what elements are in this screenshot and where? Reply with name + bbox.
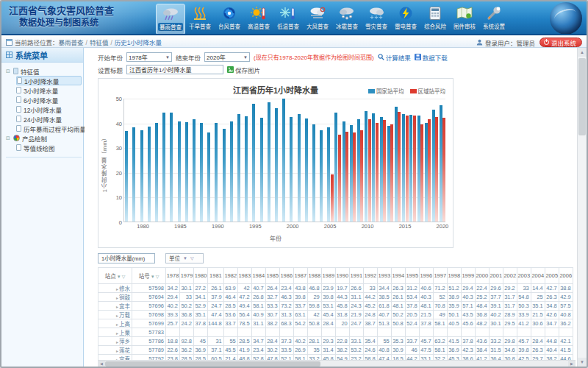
end-year-select[interactable]: 2020年▼ <box>204 52 250 62</box>
tree-item[interactable]: 3小时降水量 <box>16 85 82 95</box>
table-row[interactable]: ▸宜丰5769640.250.252.924.728.549.458.153.3… <box>98 302 573 311</box>
table-row[interactable]: ▸万载5769839.336.835.147.453.656.440.930.7… <box>98 311 573 319</box>
col-year[interactable]: 1982 <box>223 268 237 284</box>
table-row[interactable]: ▸上高5769925.724.237.8144.833.778.531.138.… <box>98 319 573 328</box>
col-year[interactable]: 1996 <box>419 268 433 284</box>
scroll-left-arrow[interactable]: ◀ <box>98 361 105 367</box>
toolbar-item-wind-cloud[interactable]: 大风普查 <box>303 4 332 35</box>
row-expander-icon[interactable]: ▸ <box>116 331 118 336</box>
table-row[interactable]: ▸萍乡5778618.892.845315528.534.728.437.340… <box>98 337 573 346</box>
toolbar-item-snow-thermo[interactable]: 低温普查 <box>273 4 303 35</box>
value-cell: 30.1 <box>180 284 194 293</box>
value-cell: 38.7 <box>363 319 377 328</box>
table-horizontal-scrollbar[interactable]: ◀ ▶ <box>98 360 576 367</box>
col-year[interactable]: 1985 <box>265 268 279 284</box>
toolbar-item-hail[interactable]: 冰雹普查 <box>332 4 362 35</box>
value-cell: 50.2 <box>180 302 194 311</box>
col-year[interactable]: 2002 <box>503 268 517 284</box>
row-expander-icon[interactable]: ▸ <box>116 340 118 344</box>
calc-result-button[interactable]: 计算结果 <box>378 53 411 62</box>
col-year[interactable]: 1992 <box>363 268 377 284</box>
logout-button[interactable]: 退出系统 <box>539 38 582 47</box>
value-type-box[interactable]: 1小时降水量(mm) <box>98 253 155 263</box>
breadcrumb-item[interactable]: 暴雨普查 <box>59 39 84 46</box>
bar-national <box>245 116 248 222</box>
row-expander-icon[interactable]: ▸ <box>116 322 118 327</box>
value-cell: 31.7 <box>503 302 517 311</box>
toolbar-item-heat[interactable]: 干旱普查 <box>185 4 215 35</box>
col-year[interactable]: 1980 <box>194 268 208 284</box>
col-year[interactable]: 1997 <box>433 268 447 284</box>
row-expander-icon[interactable]: ▸ <box>116 349 118 353</box>
hscroll-thumb[interactable] <box>105 361 320 367</box>
unit-filter[interactable]: 单位 ▼ ▽ <box>165 253 204 263</box>
col-id[interactable]: 站号▼▽ <box>132 268 166 284</box>
toolbar-item-wrench[interactable]: 系统设置 <box>479 4 509 35</box>
toolbar-item-rain-cloud[interactable]: 暴雨普查 <box>156 4 185 35</box>
table-row[interactable]: ▸上栗57783 <box>98 328 573 337</box>
col-year[interactable]: 1978 <box>166 268 180 284</box>
tree-item[interactable]: 12小时降水量 <box>16 105 82 114</box>
col-year[interactable]: 1995 <box>405 268 419 284</box>
col-year[interactable]: 1998 <box>447 268 461 284</box>
col-year[interactable]: 1981 <box>208 268 224 284</box>
table-row[interactable]: ▸铜鼓5769429.43334.137.946.447.226.832.746… <box>98 293 573 302</box>
tree-group-1[interactable]: ⊟产品绘制 <box>6 133 82 143</box>
toolbar-item-calculator[interactable]: 综合风险 <box>420 4 450 35</box>
col-year[interactable]: 1986 <box>279 268 293 284</box>
col-year[interactable]: 1979 <box>180 268 194 284</box>
breadcrumb-item[interactable]: 特征值 <box>90 39 109 46</box>
row-expander-icon[interactable]: ▸ <box>116 314 118 318</box>
scroll-up-arrow[interactable]: ▲ <box>578 48 587 57</box>
toolbar-item-sun-thermo[interactable]: 高温普查 <box>244 4 273 35</box>
page-icon <box>16 96 21 103</box>
col-year[interactable]: 1990 <box>335 268 349 284</box>
toolbar-item-map[interactable]: 图件审核 <box>450 4 479 35</box>
chart-title-input[interactable] <box>126 65 223 74</box>
main-vertical-scrollbar[interactable]: ▲ ▼ <box>577 48 587 367</box>
vscroll-thumb[interactable] <box>578 58 586 135</box>
toolbar-item-lightning[interactable]: 雷电普查 <box>391 4 420 35</box>
col-year[interactable]: 2004 <box>531 268 545 284</box>
tree-item[interactable]: 等值线绘图 <box>16 143 82 152</box>
breadcrumb-item[interactable]: 历史1小时降水量 <box>115 39 162 46</box>
col-year[interactable]: 2001 <box>489 268 503 284</box>
table-row[interactable]: ▸莲花5778922.636.236.937.145.541.923.430.2… <box>98 346 573 355</box>
x-tick: 1990 <box>212 223 224 230</box>
tree-item[interactable]: 24小时降水量 <box>16 114 82 124</box>
col-year[interactable]: 1993 <box>377 268 391 284</box>
tree-item[interactable]: 6小时降水量 <box>16 95 82 105</box>
col-station[interactable]: 站点▼▽ <box>98 268 132 284</box>
save-image-button[interactable]: 保存图片 <box>227 66 260 74</box>
col-year[interactable]: 1983 <box>237 268 251 284</box>
palette-icon <box>13 135 20 141</box>
col-year[interactable]: 1989 <box>321 268 335 284</box>
tree-item[interactable]: 历年暴雨过程平均雨量 <box>16 124 82 133</box>
row-expander-icon[interactable]: ▸ <box>116 287 118 291</box>
start-year-select[interactable]: 1978年▼ <box>126 52 172 62</box>
col-year[interactable]: 1994 <box>391 268 405 284</box>
expander-icon[interactable]: ⊟ <box>6 68 11 74</box>
value-cell <box>335 328 349 337</box>
col-year[interactable]: 1988 <box>307 268 321 284</box>
toolbar-item-snow-cloud[interactable]: 雪灾普查 <box>362 4 391 35</box>
table-row[interactable]: ▸修水5759834.230.127.226.163.94240.726.423… <box>98 284 573 293</box>
scroll-down-arrow[interactable]: ▼ <box>578 358 587 367</box>
col-year[interactable]: 2005 <box>545 268 559 284</box>
col-year[interactable]: 2000 <box>475 268 489 284</box>
expander-icon[interactable]: ⊟ <box>6 135 11 141</box>
row-expander-icon[interactable]: ▸ <box>116 305 118 309</box>
col-year[interactable]: 1984 <box>251 268 265 284</box>
col-year[interactable]: 1987 <box>293 268 307 284</box>
col-year[interactable]: 1991 <box>349 268 363 284</box>
value-cell: 53.2 <box>349 346 363 355</box>
scroll-right-arrow[interactable]: ▶ <box>568 361 576 367</box>
tree-group-0[interactable]: ⊟特征值 <box>6 66 82 76</box>
col-year[interactable]: 2006 <box>559 268 573 284</box>
toolbar-item-typhoon[interactable]: 台风普查 <box>215 4 244 35</box>
col-year[interactable]: 2003 <box>517 268 531 284</box>
row-expander-icon[interactable]: ▸ <box>116 296 118 300</box>
col-year[interactable]: 1999 <box>461 268 475 284</box>
data-download-button[interactable]: 数据下载 <box>415 53 448 62</box>
tree-item[interactable]: 1小时降水量 <box>16 76 82 85</box>
